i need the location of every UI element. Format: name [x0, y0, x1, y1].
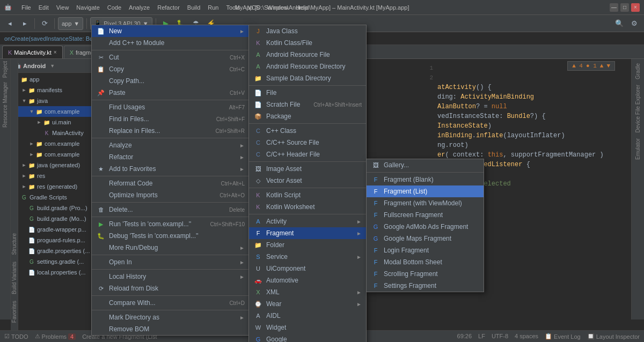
folder-icon: 📁: [35, 108, 43, 115]
context-menu-item-find-usages[interactable]: Find Usages Alt+F7: [92, 101, 249, 113]
context-menu-item-copy[interactable]: 📋 Copy Ctrl+C: [92, 63, 249, 75]
menu-refactor[interactable]: Refactor: [154, 3, 183, 12]
submenu-new-widget[interactable]: W Widget: [249, 322, 366, 333]
menu-build[interactable]: Build: [184, 3, 203, 12]
submenu-new-kotlin-file[interactable]: K Kotlin Class/File: [249, 37, 366, 49]
sidebar-label-resource-manager[interactable]: Resource Manager: [1, 80, 9, 130]
context-menu-item-more-run[interactable]: More Run/Debug ►: [92, 242, 249, 254]
menu-code[interactable]: Code: [104, 3, 125, 12]
context-menu-item-cut[interactable]: ✂ Cut Ctrl+X: [92, 51, 249, 63]
submenu-new-cpp-header[interactable]: C C/C++ Header File: [249, 148, 366, 160]
submenu-fragment-login[interactable]: F Login Fragment: [367, 244, 484, 256]
submenu-new-cpp-class[interactable]: C C++ Class: [249, 125, 366, 137]
nav-down-icon[interactable]: ▼: [606, 63, 610, 69]
submenu-new-file[interactable]: 📄 File: [249, 87, 366, 99]
menu-run[interactable]: Run: [204, 3, 222, 12]
context-menu-item-reformat[interactable]: Reformat Code Ctrl+Alt+L: [92, 177, 249, 189]
submenu-new-android-resource-file[interactable]: A Android Resource File: [249, 49, 366, 61]
menu-analyze[interactable]: Analyze: [126, 3, 153, 12]
context-menu-item-debug-tests[interactable]: 🐛 Debug 'Tests in 'com.exampl...'': [92, 230, 249, 242]
submenu-new-kotlin-worksheet[interactable]: K Kotlin Worksheet: [249, 201, 366, 213]
tab-main-activity[interactable]: K MainActivity.kt ×: [2, 46, 63, 58]
panel-dropdown-icon[interactable]: ▼: [50, 63, 55, 69]
right-label-device-file-explorer[interactable]: Device File Explorer: [634, 83, 642, 135]
maximize-button[interactable]: □: [620, 3, 629, 12]
submenu-label: Image Asset: [266, 165, 362, 173]
right-label-gradle[interactable]: Gradle: [634, 61, 642, 81]
nav-up-icon[interactable]: ▲: [600, 63, 604, 69]
run-config-dropdown[interactable]: app ▼: [58, 17, 83, 30]
menu-navigate[interactable]: Navigate: [73, 3, 103, 12]
sidebar-label-project[interactable]: Project: [1, 59, 9, 80]
submenu-fragment-list[interactable]: F Fragment (List): [367, 185, 484, 197]
submenu-new-sample-data-dir[interactable]: 📁 Sample Data Directory: [249, 72, 366, 84]
context-menu-item-delete[interactable]: 🗑 Delete... Delete: [92, 204, 249, 215]
context-menu-item-add-favorites[interactable]: ★ Add to Favorites ►: [92, 163, 249, 175]
context-menu-item-add-cpp[interactable]: Add C++ to Module: [92, 37, 249, 49]
submenu-new-automotive[interactable]: 🚗 Automotive: [249, 274, 366, 286]
submenu-new-activity[interactable]: A Activity ►: [249, 215, 366, 227]
problems-button[interactable]: ⚠ Problems 4: [35, 333, 76, 340]
context-menu-item-run-tests[interactable]: ▶ Run 'Tests in 'com.exampl...'' Ctrl+Sh…: [92, 218, 249, 230]
context-menu-item-open-in[interactable]: Open In ►: [92, 256, 249, 268]
right-label-emulator[interactable]: Emulator: [634, 136, 642, 162]
context-menu-item-analyze[interactable]: Analyze ►: [92, 139, 249, 151]
menu-view[interactable]: View: [53, 3, 72, 12]
submenu-new-kotlin-script[interactable]: K Kotlin Script: [249, 189, 366, 201]
context-menu-item-optimize[interactable]: Optimize Imports Ctrl+Alt+O: [92, 189, 249, 201]
submenu-fragment-scrolling[interactable]: F Scrolling Fragment: [367, 268, 484, 280]
context-menu-item-remove-bom[interactable]: Remove BOM: [92, 323, 249, 335]
submenu-new-service[interactable]: S Service ►: [249, 251, 366, 263]
toolbar-forward-button[interactable]: ▸: [18, 17, 31, 30]
submenu-new-java-class[interactable]: J Java Class: [249, 25, 366, 37]
context-menu-item-mark-dir[interactable]: Mark Directory as ►: [92, 311, 249, 323]
submenu-fragment-fullscreen[interactable]: F Fullscreen Fragment: [367, 209, 484, 221]
submenu-new-image-asset[interactable]: 🖼 Image Asset: [249, 163, 366, 175]
submenu-new-folder[interactable]: 📁 Folder: [249, 239, 366, 251]
settings-toolbar-button[interactable]: ⚙: [628, 17, 641, 30]
submenu-fragment-modal[interactable]: F Modal Bottom Sheet: [367, 256, 484, 268]
layout-inspector-label: Layout Inspector: [596, 333, 640, 340]
search-toolbar-button[interactable]: 🔍: [613, 17, 626, 30]
layout-inspector-button[interactable]: 🔲 Layout Inspector: [587, 333, 640, 340]
left-label-build-variants[interactable]: Build Variants: [10, 259, 18, 296]
submenu-new-uicomponent[interactable]: U UiComponent: [249, 263, 366, 274]
submenu-fragment-settings[interactable]: F Settings Fragment: [367, 280, 484, 292]
menu-edit[interactable]: Edit: [35, 3, 52, 12]
submenu-new-google[interactable]: G Google: [249, 333, 366, 342]
submenu-new-wear[interactable]: ⌚ Wear ►: [249, 298, 366, 310]
submenu-new-android-resource-dir[interactable]: A Android Resource Directory: [249, 61, 366, 72]
submenu-new-vector-asset[interactable]: ◇ Vector Asset: [249, 175, 366, 187]
context-menu-item-copy-path[interactable]: Copy Path...: [92, 75, 249, 87]
submenu-new-package[interactable]: 📦 Package: [249, 110, 366, 122]
context-menu-item-paste[interactable]: 📌 Paste Ctrl+V: [92, 87, 249, 99]
submenu-new-xml[interactable]: X XML ►: [249, 286, 366, 298]
minimize-button[interactable]: —: [610, 3, 618, 12]
left-label-structure[interactable]: Structure: [10, 231, 18, 257]
toolbar-back-button[interactable]: ◂: [3, 17, 16, 30]
submenu-new-aidl[interactable]: A AIDL: [249, 310, 366, 322]
context-menu-item-find-files[interactable]: Find in Files... Ctrl+Shift+F: [92, 113, 249, 125]
context-menu-item-reload[interactable]: ⟳ Reload from Disk: [92, 282, 249, 294]
context-menu-item-refactor[interactable]: Refactor ►: [92, 151, 249, 163]
submenu-new-cpp-source[interactable]: C C/C++ Source File: [249, 137, 366, 148]
submenu-new-fragment[interactable]: F Fragment ►: [249, 227, 366, 239]
context-menu-item-replace[interactable]: Replace in Files... Ctrl+Shift+R: [92, 125, 249, 137]
fragment-blank-icon: F: [371, 175, 380, 184]
context-menu-item-local-history[interactable]: Local History ►: [92, 271, 249, 282]
context-menu-item-compare[interactable]: Compare With... Ctrl+D: [92, 297, 249, 309]
event-log-button[interactable]: 📋 Event Log: [545, 333, 581, 340]
tab-close-main-activity[interactable]: ×: [54, 49, 57, 55]
context-menu-item-new[interactable]: 📄 New ►: [92, 25, 249, 37]
submenu-fragment-gallery[interactable]: 🖼 Gallery...: [367, 159, 484, 171]
submenu-new-scratch-file[interactable]: 📄 Scratch File Ctrl+Alt+Shift+Insert: [249, 99, 366, 110]
submenu-fragment-maps[interactable]: G Google Maps Fragment: [367, 233, 484, 244]
toolbar-sync-button[interactable]: ⟳: [38, 17, 51, 30]
submenu-fragment-blank[interactable]: F Fragment (Blank): [367, 174, 484, 185]
todo-button[interactable]: ☑ TODO: [4, 333, 28, 340]
left-label-favorites[interactable]: Favorites: [10, 299, 18, 325]
submenu-fragment-viewmodel[interactable]: F Fragment (with ViewModel): [367, 197, 484, 209]
submenu-fragment-admob[interactable]: G Google AdMob Ads Fragment: [367, 221, 484, 233]
close-button[interactable]: ×: [631, 3, 640, 12]
menu-file[interactable]: File: [18, 3, 34, 12]
